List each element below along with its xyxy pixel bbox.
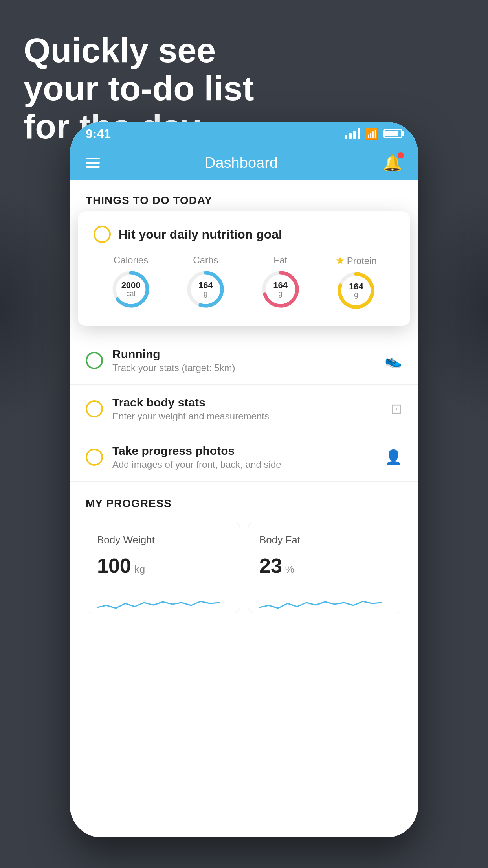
todo-text: Track body stats Enter your weight and m…	[112, 396, 381, 422]
progress-unit: %	[285, 563, 294, 576]
header-title: Dashboard	[205, 154, 278, 171]
hamburger-icon[interactable]	[86, 158, 100, 168]
todo-title: Running	[112, 348, 375, 361]
progress-value: 23 %	[259, 554, 391, 577]
stat-label-text: Protein	[347, 256, 377, 267]
nutrition-title: Hit your daily nutrition goal	[119, 227, 282, 242]
sparkline-chart	[97, 588, 229, 611]
donut-chart: 2000 cal	[111, 270, 150, 309]
content-area: THINGS TO DO TODAY Hit your daily nutrit…	[70, 180, 418, 837]
nutrition-stats: Calories 2000 cal Carbs 164 g Fat 164 g …	[94, 255, 394, 310]
donut-unit: g	[273, 290, 288, 298]
status-time: 9:41	[86, 127, 111, 141]
stat-label-protein: ★Protein	[336, 255, 377, 267]
progress-value: 100 kg	[97, 554, 229, 577]
donut-center: 164 g	[349, 282, 363, 299]
donut-unit: g	[198, 290, 213, 298]
shadow-right	[417, 189, 488, 425]
scale-icon: ⊡	[391, 401, 402, 417]
progress-number: 100	[97, 554, 131, 577]
progress-unit: kg	[134, 563, 145, 576]
progress-header: MY PROGRESS	[86, 497, 402, 510]
progress-card-title: Body Weight	[97, 534, 229, 546]
shadow-left	[0, 189, 71, 425]
nutrition-card-header: Hit your daily nutrition goal	[94, 226, 394, 243]
progress-card[interactable]: Body Weight 100 kg	[86, 522, 240, 613]
donut-chart: 164 g	[186, 270, 225, 309]
todo-circle	[86, 449, 103, 466]
status-bar: 9:41 📶	[70, 122, 418, 145]
todo-title: Take progress photos	[112, 444, 375, 458]
phone-frame: 9:41 📶 Dashboard 🔔 TH	[70, 122, 418, 837]
progress-section: MY PROGRESS Body Weight 100 kg Body Fat …	[70, 482, 418, 621]
sparkline-chart	[259, 588, 391, 611]
person-icon: 👤	[385, 449, 402, 465]
stat-item: ★Protein 164 g	[336, 255, 377, 310]
app-header: Dashboard 🔔	[70, 145, 418, 180]
shoe-icon: 👟	[385, 352, 402, 369]
todo-item[interactable]: Running Track your stats (target: 5km) 👟	[70, 337, 418, 385]
donut-value: 2000	[121, 281, 141, 290]
stat-label-calories: Calories	[114, 255, 148, 266]
progress-card-title: Body Fat	[259, 534, 391, 546]
hamburger-line	[86, 158, 100, 159]
donut-center: 164 g	[198, 281, 213, 298]
headline-line2: your to-do list	[24, 70, 254, 108]
todo-text: Take progress photos Add images of your …	[112, 444, 375, 470]
todo-circle	[86, 400, 103, 417]
status-icons: 📶	[345, 127, 402, 140]
donut-center: 2000 cal	[121, 281, 141, 298]
nutrition-check-circle[interactable]	[94, 226, 111, 243]
todo-item[interactable]: Take progress photos Add images of your …	[70, 433, 418, 482]
todo-title: Track body stats	[112, 396, 381, 409]
hamburger-line	[86, 162, 100, 164]
progress-cards: Body Weight 100 kg Body Fat 23 %	[86, 522, 402, 613]
stat-item: Carbs 164 g	[186, 255, 225, 309]
progress-card[interactable]: Body Fat 23 %	[248, 522, 402, 613]
todo-subtitle: Track your stats (target: 5km)	[112, 362, 375, 373]
progress-number: 23	[259, 554, 282, 577]
star-icon: ★	[336, 255, 345, 267]
todo-subtitle: Enter your weight and measurements	[112, 411, 381, 422]
donut-center: 164 g	[273, 281, 288, 298]
notification-bell[interactable]: 🔔	[383, 154, 402, 172]
stat-item: Calories 2000 cal	[111, 255, 150, 309]
donut-value: 164	[349, 282, 363, 291]
donut-chart: 164 g	[336, 271, 376, 310]
todo-text: Running Track your stats (target: 5km)	[112, 348, 375, 373]
battery-icon	[383, 129, 402, 138]
todo-item[interactable]: Track body stats Enter your weight and m…	[70, 385, 418, 433]
stat-label-fat: Fat	[273, 255, 287, 266]
donut-value: 164	[273, 281, 288, 290]
notification-dot	[398, 152, 404, 158]
todo-subtitle: Add images of your front, back, and side	[112, 459, 375, 470]
headline-line1: Quickly see	[24, 31, 254, 70]
donut-unit: cal	[121, 290, 141, 298]
todo-list: Running Track your stats (target: 5km) 👟…	[70, 337, 418, 482]
hamburger-line	[86, 166, 100, 168]
nutrition-card: Hit your daily nutrition goal Calories 2…	[78, 211, 410, 326]
signal-icon	[345, 128, 360, 139]
things-section-header: THINGS TO DO TODAY	[70, 180, 418, 215]
donut-chart: 164 g	[261, 270, 300, 309]
stat-label-carbs: Carbs	[193, 255, 218, 266]
todo-circle	[86, 352, 103, 369]
donut-unit: g	[349, 291, 363, 299]
stat-item: Fat 164 g	[261, 255, 300, 309]
wifi-icon: 📶	[365, 127, 379, 140]
donut-value: 164	[198, 281, 213, 290]
